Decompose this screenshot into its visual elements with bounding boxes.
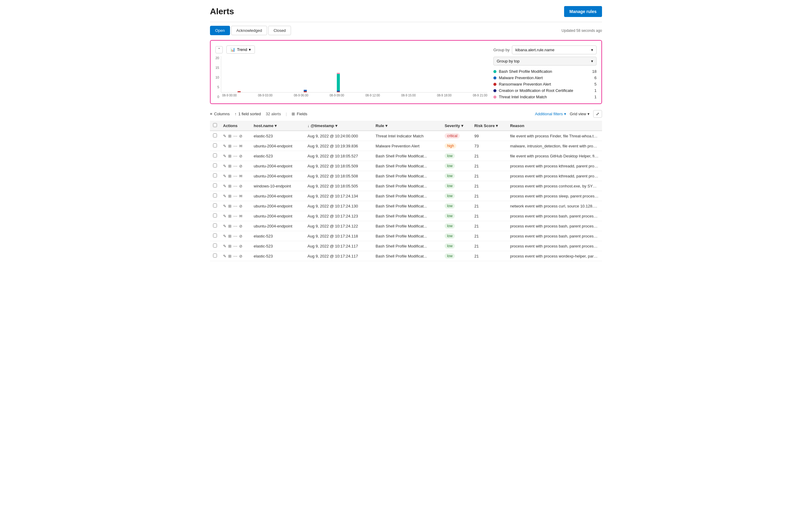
columns-icon: ≡ xyxy=(210,112,213,116)
row-checkbox[interactable] xyxy=(213,254,217,257)
network-icon[interactable]: ⊞ xyxy=(228,144,232,148)
shield-icon[interactable]: ⊘ xyxy=(239,224,243,228)
more-icon[interactable]: ⋯ xyxy=(233,204,237,208)
row-checkbox[interactable] xyxy=(213,223,217,227)
external-link-button[interactable]: ⤢ xyxy=(593,110,602,118)
collapse-button[interactable]: ˅ xyxy=(215,46,223,54)
header-timestamp[interactable]: ↓ @timestamp ▾ xyxy=(304,121,372,131)
edit-icon[interactable]: ✎ xyxy=(223,224,226,228)
more-icon[interactable]: ⋯ xyxy=(233,134,237,138)
shield-icon[interactable]: ⊘ xyxy=(239,204,243,208)
more-icon[interactable]: ⋯ xyxy=(233,254,237,258)
network-icon[interactable]: ⊞ xyxy=(228,154,232,158)
network-icon[interactable]: ⊞ xyxy=(228,234,232,238)
shield-icon[interactable]: ⊘ xyxy=(239,154,243,158)
network-icon[interactable]: ⊞ xyxy=(228,214,232,218)
more-icon[interactable]: ⋯ xyxy=(233,194,237,198)
shield-icon[interactable]: ⊘ xyxy=(239,234,243,238)
edit-icon[interactable]: ✎ xyxy=(223,144,226,148)
network-icon[interactable]: ⊞ xyxy=(228,134,232,138)
trend-chevron-icon: ▾ xyxy=(249,47,251,52)
edit-icon[interactable]: ✎ xyxy=(223,214,226,218)
edit-icon[interactable]: ✎ xyxy=(223,134,226,138)
row-checkbox[interactable] xyxy=(213,234,217,237)
shield-icon[interactable]: ⊘ xyxy=(239,244,243,248)
row-actions: ✎ ⊞ ⋯ ⊘ xyxy=(220,151,251,161)
more-icon[interactable]: ⋯ xyxy=(233,164,237,168)
edit-icon[interactable]: ✎ xyxy=(223,174,226,178)
network-icon[interactable]: ⊞ xyxy=(228,204,232,208)
more-icon[interactable]: ⋯ xyxy=(233,244,237,248)
select-all-checkbox[interactable] xyxy=(213,123,217,127)
envelope-icon[interactable]: ✉ xyxy=(239,214,243,218)
network-icon[interactable]: ⊞ xyxy=(228,254,232,258)
legend-item-threat: Threat Intel Indicator Match 1 xyxy=(493,94,597,99)
network-icon[interactable]: ⊞ xyxy=(228,224,232,228)
separator: | xyxy=(286,112,287,116)
more-icon[interactable]: ⋯ xyxy=(233,154,237,158)
tab-acknowledged[interactable]: Acknowledged xyxy=(231,26,267,35)
shield-icon[interactable]: ⊘ xyxy=(239,164,243,168)
severity-badge: low xyxy=(445,213,455,219)
group-by-select[interactable]: kibana.alert.rule.name ▾ xyxy=(512,45,597,54)
row-checkbox[interactable] xyxy=(213,204,217,207)
edit-icon[interactable]: ✎ xyxy=(223,154,226,158)
timestamp-sort-chevron-icon: ▾ xyxy=(335,123,337,128)
row-checkbox[interactable] xyxy=(213,213,217,218)
row-checkbox[interactable] xyxy=(213,183,217,188)
row-checkbox[interactable] xyxy=(213,153,217,158)
edit-icon[interactable]: ✎ xyxy=(223,234,226,238)
envelope-icon[interactable]: ✉ xyxy=(239,194,243,198)
edit-icon[interactable]: ✎ xyxy=(223,204,226,208)
more-icon[interactable]: ⋯ xyxy=(233,144,237,148)
x-axis-labels: 08-9 00:00 08-9 03:00 08-9 06:00 08-9 09… xyxy=(221,94,487,97)
manage-rules-button[interactable]: Manage rules xyxy=(564,6,602,17)
severity-badge: low xyxy=(445,183,455,189)
grid-view-button[interactable]: Grid view ▾ xyxy=(570,112,590,116)
row-checkbox[interactable] xyxy=(213,174,217,177)
row-severity: low xyxy=(441,241,471,251)
network-icon[interactable]: ⊞ xyxy=(228,164,232,168)
tab-open[interactable]: Open xyxy=(210,26,230,35)
network-icon[interactable]: ⊞ xyxy=(228,174,232,178)
x-label-5: 08-9 12:00 xyxy=(365,94,380,97)
more-icon[interactable]: ⋯ xyxy=(233,224,237,228)
envelope-icon[interactable]: ✉ xyxy=(239,174,243,178)
edit-icon[interactable]: ✎ xyxy=(223,244,226,248)
header-host-name[interactable]: host.name ▾ xyxy=(251,121,304,131)
group-by-row: Group by kibana.alert.rule.name ▾ xyxy=(493,45,597,54)
row-checkbox[interactable] xyxy=(213,193,217,197)
sort-button[interactable]: ↑ 1 field sorted xyxy=(234,112,261,116)
more-icon[interactable]: ⋯ xyxy=(233,174,237,178)
group-by-top-select[interactable]: Group by top ▾ xyxy=(493,57,597,65)
fields-button[interactable]: ⊞ Fields xyxy=(292,112,307,116)
more-icon[interactable]: ⋯ xyxy=(233,214,237,218)
network-icon[interactable]: ⊞ xyxy=(228,244,232,248)
row-checkbox[interactable] xyxy=(213,243,217,248)
row-checkbox[interactable] xyxy=(213,163,217,167)
shield-icon[interactable]: ⊘ xyxy=(239,134,243,138)
edit-icon[interactable]: ✎ xyxy=(223,184,226,188)
header-rule[interactable]: Rule ▾ xyxy=(373,121,442,131)
shield-icon[interactable]: ⊘ xyxy=(239,184,243,188)
edit-icon[interactable]: ✎ xyxy=(223,194,226,198)
envelope-icon[interactable]: ✉ xyxy=(239,144,243,148)
network-icon[interactable]: ⊞ xyxy=(228,194,232,198)
header-risk-score[interactable]: Risk Score ▾ xyxy=(471,121,507,131)
trend-button[interactable]: 📊 Trend ▾ xyxy=(226,45,255,54)
tab-closed[interactable]: Closed xyxy=(268,26,291,35)
more-icon[interactable]: ⋯ xyxy=(233,184,237,188)
header-divider xyxy=(210,22,602,22)
network-icon[interactable]: ⊞ xyxy=(228,184,232,188)
more-icon[interactable]: ⋯ xyxy=(233,234,237,238)
columns-button[interactable]: ≡ Columns xyxy=(210,112,230,116)
group-by-label: Group by xyxy=(493,48,509,52)
shield-icon[interactable]: ⊘ xyxy=(239,254,243,258)
header-severity[interactable]: Severity ▾ xyxy=(441,121,471,131)
row-timestamp: Aug 9, 2022 @ 10:24:00.000 xyxy=(304,131,372,141)
edit-icon[interactable]: ✎ xyxy=(223,164,226,168)
row-checkbox[interactable] xyxy=(213,144,217,147)
additional-filters-button[interactable]: Additional filters ▾ xyxy=(535,112,566,116)
row-checkbox[interactable] xyxy=(213,133,217,137)
edit-icon[interactable]: ✎ xyxy=(223,254,226,258)
